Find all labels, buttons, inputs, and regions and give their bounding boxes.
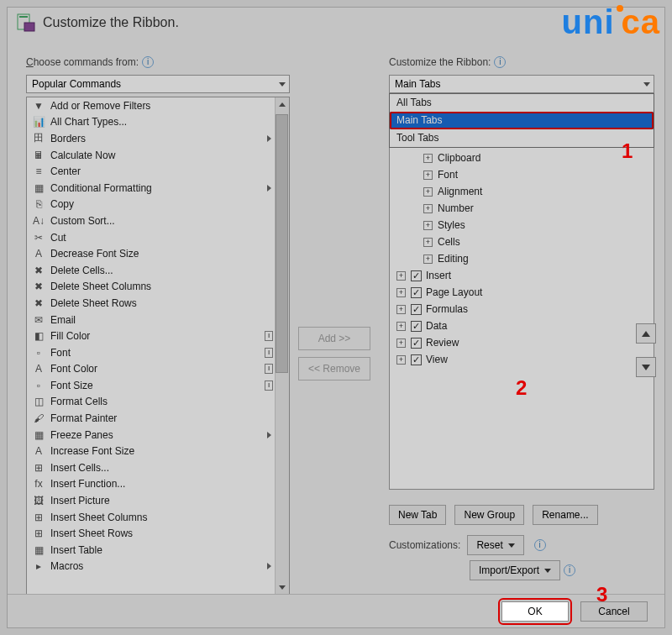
tree-node[interactable]: +✓Review [390, 334, 654, 351]
new-group-button[interactable]: New Group [454, 505, 524, 525]
tree-node[interactable]: +Editing [390, 250, 654, 267]
info-icon[interactable]: i [494, 56, 506, 68]
tree-node[interactable]: +Font [390, 166, 654, 183]
command-item[interactable]: A↓Custom Sort... [27, 213, 275, 229]
tree-node[interactable]: +✓Formulas [390, 301, 654, 318]
checkbox[interactable]: ✓ [411, 304, 422, 315]
expand-icon[interactable]: + [396, 288, 406, 297]
cut-icon: ✂ [32, 231, 45, 244]
tree-node[interactable]: +✓Data [390, 318, 654, 334]
move-up-button[interactable] [636, 323, 656, 344]
checkbox[interactable]: ✓ [411, 321, 422, 332]
commands-listbox[interactable]: ▼Add or Remove Filters📊All Chart Types..… [26, 97, 290, 596]
expand-icon[interactable]: + [396, 305, 406, 314]
command-item[interactable]: fxInsert Function... [27, 476, 275, 493]
tree-node[interactable]: +✓Page Layout [390, 284, 654, 301]
scroll-up-button[interactable] [276, 97, 289, 112]
cancel-button[interactable]: Cancel [580, 601, 648, 622]
chevron-up-icon [279, 102, 286, 107]
command-item[interactable]: ✖Delete Sheet Rows [27, 295, 275, 312]
expand-icon[interactable]: + [423, 204, 433, 213]
scrollbar[interactable] [275, 97, 289, 595]
checkbox[interactable]: ✓ [411, 354, 422, 365]
customize-ribbon-dropdown[interactable]: All TabsMain TabsTool Tabs [389, 93, 654, 148]
command-label: Email [50, 314, 76, 326]
move-down-button[interactable] [636, 357, 656, 377]
tree-node[interactable]: +✓Insert [390, 267, 654, 284]
expand-icon[interactable]: + [423, 238, 433, 247]
command-label: Font [50, 347, 71, 359]
command-item[interactable]: ▦Insert Table [27, 542, 275, 559]
rename-button[interactable]: Rename... [533, 505, 597, 525]
dropdown-option[interactable]: All Tabs [390, 94, 654, 112]
tree-node[interactable]: +Number [390, 200, 654, 217]
command-label: Delete Cells... [50, 265, 113, 276]
expand-icon[interactable]: + [396, 338, 406, 348]
remove-button[interactable]: << Remove [298, 357, 370, 380]
expand-icon[interactable]: + [423, 255, 433, 264]
condfmt-icon: ▦ [32, 181, 45, 195]
command-item[interactable]: ⊞Insert Sheet Rows [27, 525, 275, 542]
command-item[interactable]: ≡Center [27, 163, 275, 180]
expand-icon[interactable]: + [423, 171, 433, 180]
tree-node[interactable]: +Styles [390, 217, 654, 234]
ok-button[interactable]: OK [501, 601, 569, 622]
command-item[interactable]: ✂Cut [27, 229, 275, 246]
split-icon: I [265, 348, 273, 358]
scroll-thumb[interactable] [276, 114, 288, 373]
expand-icon[interactable]: + [423, 221, 433, 230]
command-item[interactable]: ◫Format Cells [27, 394, 275, 411]
command-item[interactable]: AIncrease Font Size [27, 443, 275, 459]
command-item[interactable]: 📊All Chart Types... [27, 114, 275, 131]
info-icon[interactable]: i [142, 56, 154, 68]
command-item[interactable]: 田Borders [27, 130, 275, 147]
checkbox[interactable]: ✓ [411, 270, 422, 281]
command-item[interactable]: 🖌Format Painter [27, 410, 275, 427]
tree-node[interactable]: +✓View [390, 351, 654, 368]
choose-commands-combo-wrap: Popular Commands [26, 75, 290, 93]
customize-ribbon-combo[interactable]: Main Tabs [389, 75, 654, 93]
info-icon[interactable]: i [564, 564, 575, 576]
tree-node[interactable]: +Alignment [390, 183, 654, 200]
command-item[interactable]: ✖Delete Cells... [27, 262, 275, 279]
reset-button[interactable]: Reset [467, 535, 523, 555]
split-icon: I [265, 364, 273, 374]
tree-node[interactable]: +Clipboard [390, 150, 654, 166]
expand-icon[interactable]: + [396, 271, 406, 281]
ribbon-tree[interactable]: +Clipboard+Font+Alignment+Number+Styles+… [389, 147, 654, 490]
command-item[interactable]: ▦Conditional Formatting [27, 180, 275, 197]
command-item[interactable]: ◧Fill ColorI [27, 328, 275, 344]
tree-node[interactable]: +Cells [390, 234, 654, 250]
command-item[interactable]: AFont ColorI [27, 361, 275, 378]
command-item[interactable]: ▫FontI [27, 344, 275, 361]
command-item[interactable]: ⊞Insert Sheet Columns [27, 509, 275, 526]
add-button[interactable]: Add >> [298, 327, 370, 350]
info-icon[interactable]: i [534, 539, 546, 551]
command-item[interactable]: 🖼Insert Picture [27, 492, 275, 509]
command-item[interactable]: ▫Font SizeI [27, 377, 275, 394]
command-item[interactable]: ▸Macros [27, 559, 275, 575]
checkbox[interactable]: ✓ [411, 338, 422, 349]
dropdown-option[interactable]: Main Tabs [390, 112, 654, 129]
command-item[interactable]: ⎘Copy [27, 197, 275, 213]
command-item[interactable]: ✖Delete Sheet Columns [27, 279, 275, 296]
dropdown-option[interactable]: Tool Tabs [390, 129, 654, 147]
command-item[interactable]: ADecrease Font Size [27, 245, 275, 262]
command-item[interactable]: ▼Add or Remove Filters [27, 97, 275, 114]
expand-icon[interactable]: + [396, 355, 406, 365]
command-item[interactable]: ▦Freeze Panes [27, 427, 275, 443]
import-export-button[interactable]: Import/Export [470, 560, 560, 580]
command-item[interactable]: 🖩Calculate Now [27, 147, 275, 164]
tab-buttons-row: New Tab New Group Rename... [389, 505, 654, 525]
command-item[interactable]: ✉Email [27, 312, 275, 328]
fill-icon: ◧ [32, 329, 45, 343]
new-tab-button[interactable]: New Tab [389, 505, 446, 525]
expand-icon[interactable]: + [423, 154, 433, 163]
customize-ribbon-value: Main Tabs [395, 78, 440, 90]
choose-commands-combo[interactable]: Popular Commands [26, 75, 290, 93]
command-item[interactable]: ⊞Insert Cells... [27, 459, 275, 476]
expand-icon[interactable]: + [396, 322, 406, 331]
checkbox[interactable]: ✓ [411, 287, 422, 298]
expand-icon[interactable]: + [423, 187, 433, 197]
scroll-down-button[interactable] [276, 580, 289, 595]
